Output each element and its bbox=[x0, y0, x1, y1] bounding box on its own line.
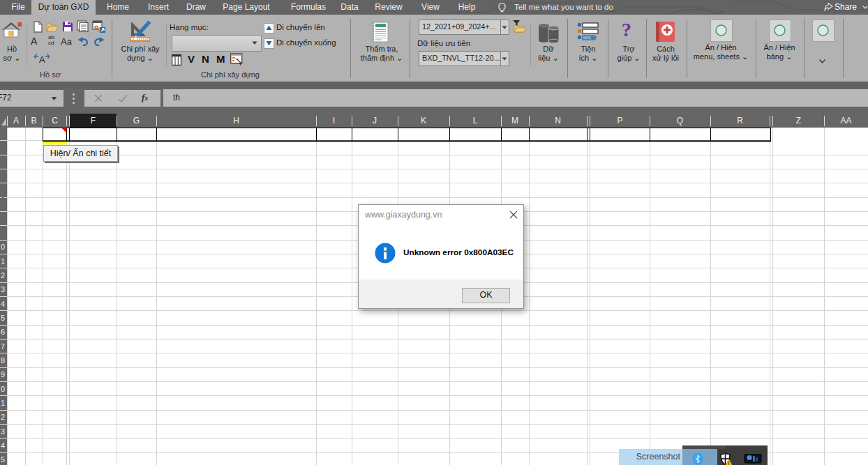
svg-text:!: ! bbox=[728, 461, 729, 465]
